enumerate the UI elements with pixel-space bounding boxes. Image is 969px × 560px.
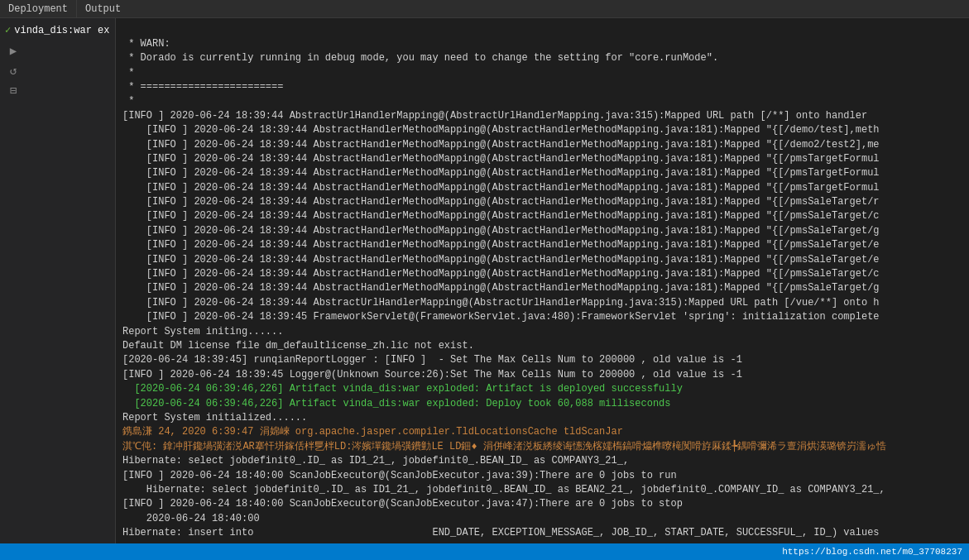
output-line: [INFO ] 2020-06-24 18:39:44 AbstractHand…: [122, 281, 962, 295]
output-line: [INFO ] 2020-06-24 18:39:44 AbstractHand…: [122, 238, 962, 252]
output-line: Hibernate: select jobdefinit0_.ID_ as ID…: [122, 483, 962, 497]
output-line: *: [122, 94, 962, 108]
output-line: [INFO ] 2020-06-24 18:39:45 Logger@(Unkn…: [122, 368, 962, 382]
output-line: * Dorado is currently running in debug m…: [122, 51, 962, 65]
output-line: Report System initialized......: [122, 411, 962, 425]
sidebar-controls: ▶ ↺ ⊟: [0, 39, 115, 102]
output-line: 2020-06-24 18:40:00: [122, 512, 962, 526]
output-line: [INFO ] 2020-06-24 18:39:44 AbstractUrlH…: [122, 109, 962, 123]
output-line: * ========================: [122, 80, 962, 94]
output-line: [INFO ] 2020-06-24 18:39:44 AbstractHand…: [122, 123, 962, 137]
output-line: 鎸島溓 24, 2020 6:39:47 涓婂崍 org.apache.jasp…: [122, 425, 962, 439]
output-line: *: [122, 66, 962, 80]
output-content[interactable]: * WARN: * Dorado is currently running in…: [116, 18, 969, 543]
output-line: 淇℃伅: 鎿冲肝鑱堝彉渚涚AR搴忓垪鎵佸柈乬柈LD:涔嬪墠鑱堝彉鐨勭LE LD鈿…: [122, 440, 962, 454]
output-line: [INFO ] 2020-06-24 18:39:44 AbstractHand…: [122, 224, 962, 238]
output-label: Output: [77, 2, 129, 17]
sidebar-item-deployment[interactable]: ✓ vinda_dis:war ex: [0, 22, 115, 39]
output-line: [INFO ] 2020-06-24 18:39:44 AbstractHand…: [122, 195, 962, 209]
check-icon: ✓: [5, 24, 11, 36]
top-bar: Deployment Output: [0, 0, 969, 18]
output-line: [2020-06-24 06:39:46,226] Artifact vinda…: [122, 397, 962, 411]
status-bar: https://blog.csdn.net/m0_37708237: [0, 543, 969, 560]
output-line: [INFO ] 2020-06-24 18:39:44 AbstractHand…: [122, 181, 962, 195]
output-line: Default DM license file dm_defaultlicens…: [122, 339, 962, 353]
main-layout: ✓ vinda_dis:war ex ▶ ↺ ⊟ * WARN: * Dorad…: [0, 18, 969, 543]
sidebar-item-label: vinda_dis:war ex: [14, 25, 109, 36]
refresh-button[interactable]: ↺: [5, 62, 22, 79]
output-line: [2020-06-24 18:39:45] runqianReportLogge…: [122, 353, 962, 367]
output-line: [INFO ] 2020-06-24 18:39:44 AbstractHand…: [122, 138, 962, 152]
deployment-label: Deployment: [0, 2, 76, 17]
output-line: [INFO ] 2020-06-24 18:39:44 AbstractHand…: [122, 209, 962, 223]
output-line: [INFO ] 2020-06-24 18:39:44 AbstractHand…: [122, 152, 962, 166]
output-line: [INFO ] 2020-06-24 18:39:44 AbstractHand…: [122, 166, 962, 180]
status-url: https://blog.csdn.net/m0_37708237: [782, 547, 962, 557]
output-panel: * WARN: * Dorado is currently running in…: [116, 18, 969, 543]
output-line: Report System initing......: [122, 325, 962, 339]
sidebar: ✓ vinda_dis:war ex ▶ ↺ ⊟: [0, 18, 116, 543]
output-line: Hibernate: select jobdefinit0_.ID_ as ID…: [122, 454, 962, 468]
run-button[interactable]: ▶: [5, 42, 22, 59]
output-line: [INFO ] 2020-06-24 18:39:44 AbstractUrlH…: [122, 296, 962, 310]
output-line: * WARN:: [122, 37, 962, 51]
output-line: Hibernate: insert into END_DATE, EXCEPTI…: [122, 526, 962, 540]
stop-button[interactable]: ⊟: [5, 82, 22, 98]
output-line: [INFO ] 2020-06-24 18:39:44 AbstractHand…: [122, 253, 962, 267]
output-line: [INFO ] 2020-06-24 18:39:45 FrameworkSer…: [122, 310, 962, 324]
output-line: [INFO ] 2020-06-24 18:39:44 AbstractHand…: [122, 267, 962, 281]
output-line: [INFO ] 2020-06-24 18:40:00 ScanJobExecu…: [122, 469, 962, 483]
output-line: [2020-06-24 06:39:46,226] Artifact vinda…: [122, 382, 962, 396]
output-line: [INFO ] 2020-06-24 18:40:00 ScanJobExecu…: [122, 497, 962, 511]
